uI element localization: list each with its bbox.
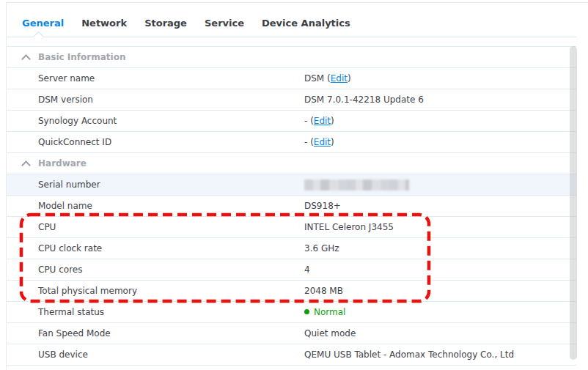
tab-divider-line [7,37,576,37]
table-row-thermal-status: Thermal status Normal [7,302,576,323]
row-value: DSM (Edit) [304,68,351,89]
row-value: Normal [304,302,345,322]
tab-bar: General Network Storage Service Device A… [22,18,350,29]
row-label: CPU clock rate [38,238,102,259]
row-value: QEMU USB Tablet - Adomax Technology Co.,… [304,344,514,365]
row-value: Quiet mode [304,323,356,344]
section-title: Hardware [38,153,87,174]
value-text: ) [348,73,351,84]
row-label: Fan Speed Mode [38,323,111,344]
edit-link[interactable]: Edit [314,137,331,147]
row-label: Synology Account [38,111,117,131]
info-center-general-panel: General Network Storage Service Device A… [0,0,588,370]
row-value: DS918+ [304,196,341,216]
redacted-serial-blur [304,180,409,190]
system-info-table: Basic Information Server name DSM (Edit)… [7,46,576,366]
row-label: Thermal status [38,302,104,322]
active-tab-notch [33,32,45,43]
row-label: Model name [38,196,92,216]
row-label: CPU [38,217,56,237]
row-label: CPU cores [38,259,82,280]
tab-network[interactable]: Network [81,18,127,29]
status-dot-icon [304,309,309,314]
chevron-up-icon [21,160,31,170]
row-value: 4 [304,259,310,280]
tab-service[interactable]: Service [205,18,244,29]
section-title: Basic Information [38,47,125,67]
value-text: ) [331,116,334,126]
table-row-usb-device: USB device QEMU USB Tablet - Adomax Tech… [7,344,576,366]
table-row-cpu-cores: CPU cores 4 [7,259,576,281]
section-header-hardware[interactable]: Hardware [7,153,576,174]
row-label: Total physical memory [38,281,137,301]
table-row-quickconnect-id: QuickConnect ID - (Edit) [7,132,576,153]
table-row-cpu: CPU INTEL Celeron J3455 [7,217,576,238]
row-value: DSM 7.0.1-42218 Update 6 [304,89,424,110]
panel-top-border [6,2,588,3]
row-value: 3.6 GHz [304,238,339,259]
tab-device-analytics[interactable]: Device Analytics [262,18,350,29]
value-text: ) [331,137,334,147]
row-label: Serial number [38,174,100,195]
row-value [304,174,409,195]
row-value: INTEL Celeron J3455 [304,217,394,237]
table-row-model-name: Model name DS918+ [7,196,576,217]
table-row-server-name: Server name DSM (Edit) [7,68,576,89]
edit-link[interactable]: Edit [314,116,331,126]
edit-link[interactable]: Edit [331,73,348,84]
row-value: - (Edit) [304,132,334,152]
row-label: QuickConnect ID [38,132,111,152]
row-label: Server name [38,68,95,89]
table-row-dsm-version: DSM version DSM 7.0.1-42218 Update 6 [7,89,576,111]
status-text: Normal [314,307,345,317]
table-row-serial-number: Serial number [7,174,576,196]
row-value: 2048 MB [304,281,343,301]
vertical-scrollbar-thumb[interactable] [570,46,577,360]
chevron-up-icon [21,54,31,64]
value-text: - ( [304,137,314,147]
row-label: USB device [38,344,88,365]
table-row-synology-account: Synology Account - (Edit) [7,111,576,132]
table-row-cpu-clock-rate: CPU clock rate 3.6 GHz [7,238,576,259]
row-label: DSM version [38,89,93,110]
value-text: - ( [304,116,314,126]
table-row-fan-speed-mode: Fan Speed Mode Quiet mode [7,323,576,344]
tab-storage[interactable]: Storage [144,18,187,29]
table-row-total-physical-memory: Total physical memory 2048 MB [7,281,576,302]
row-value: - (Edit) [304,111,334,131]
section-header-basic-information[interactable]: Basic Information [7,47,576,68]
tab-general[interactable]: General [22,18,64,29]
value-text: DSM ( [304,73,331,84]
